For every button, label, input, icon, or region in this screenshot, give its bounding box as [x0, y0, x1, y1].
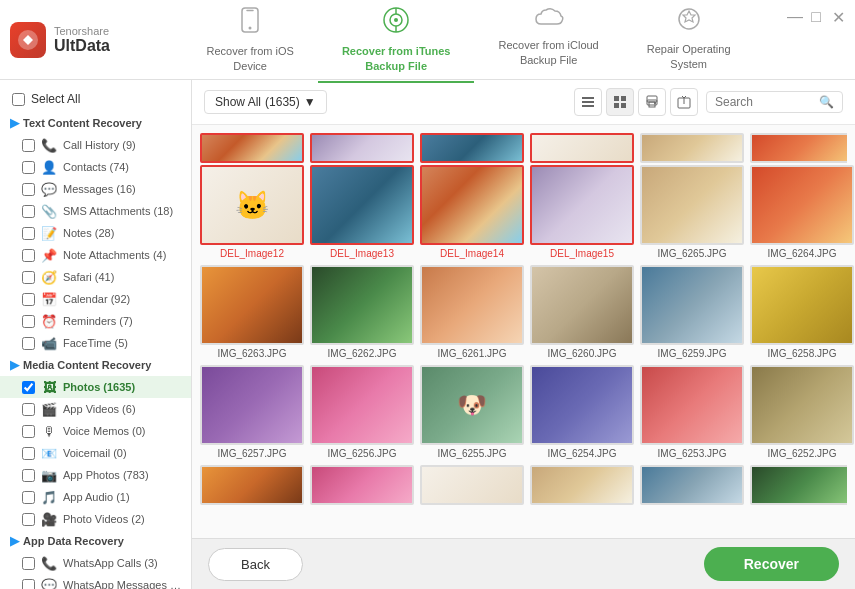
sidebar-item-sms-attachments[interactable]: 📎SMS Attachments (18)	[0, 200, 191, 222]
sidebar-item-app-audio[interactable]: 🎵App Audio (1)	[0, 486, 191, 508]
sidebar-item-photo-videos[interactable]: 🎥Photo Videos (2)	[0, 508, 191, 530]
sidebar-item-voicemail[interactable]: 📧Voicemail (0)	[0, 442, 191, 464]
sidebar-item-voice-memos[interactable]: 🎙Voice Memos (0)	[0, 420, 191, 442]
list-item[interactable]	[420, 465, 524, 505]
list-item[interactable]	[640, 465, 744, 505]
list-item[interactable]	[420, 133, 524, 163]
photo-thumb[interactable]	[750, 265, 854, 345]
sidebar-item-call-history[interactable]: 📞Call History (9)	[0, 134, 191, 156]
photo-thumb[interactable]	[200, 365, 304, 445]
search-box[interactable]: 🔍	[706, 91, 843, 113]
list-item[interactable]: IMG_6262.JPG	[310, 265, 414, 359]
list-item[interactable]: IMG_6256.JPG	[310, 365, 414, 459]
photo-videos-icon: 🎥	[41, 511, 57, 527]
photo-thumb[interactable]	[530, 265, 634, 345]
photo-thumb[interactable]: 🐱	[200, 165, 304, 245]
photo-thumb[interactable]	[310, 265, 414, 345]
list-item[interactable]	[530, 133, 634, 163]
select-all-checkbox[interactable]	[12, 93, 25, 106]
photo-thumb[interactable]	[750, 365, 854, 445]
photo-name: IMG_6257.JPG	[218, 448, 287, 459]
export-button[interactable]	[670, 88, 698, 116]
list-item[interactable]	[200, 465, 304, 505]
media-section-icon: ▶	[10, 358, 19, 372]
list-item[interactable]	[750, 465, 847, 505]
svg-rect-17	[621, 103, 626, 108]
show-all-button[interactable]: Show All (1635) ▼	[204, 90, 327, 114]
photo-name: IMG_6256.JPG	[328, 448, 397, 459]
sidebar-item-facetime[interactable]: 📹FaceTime (5)	[0, 332, 191, 354]
list-item[interactable]	[310, 465, 414, 505]
list-item[interactable]: IMG_6264.JPG	[750, 165, 854, 259]
text-section-label: Text Content Recovery	[23, 117, 142, 129]
svg-point-3	[249, 27, 252, 30]
nav-item-ios[interactable]: Recover from iOSDevice	[182, 0, 317, 83]
photo-thumb[interactable]	[420, 165, 524, 245]
select-all-row[interactable]: Select All	[0, 88, 191, 112]
photo-thumb[interactable]	[200, 265, 304, 345]
minimize-button[interactable]: —	[787, 8, 801, 22]
photo-thumb[interactable]	[640, 365, 744, 445]
list-item[interactable]: IMG_6261.JPG	[420, 265, 524, 359]
nav-item-repair[interactable]: Repair OperatingSystem	[623, 0, 755, 83]
close-button[interactable]: ✕	[831, 8, 845, 22]
svg-rect-12	[582, 101, 594, 103]
sidebar-item-safari[interactable]: 🧭Safari (41)	[0, 266, 191, 288]
list-item[interactable]: IMG_6260.JPG	[530, 265, 634, 359]
print-button[interactable]	[638, 88, 666, 116]
back-button[interactable]: Back	[208, 548, 303, 581]
maximize-button[interactable]: □	[809, 8, 823, 22]
nav-label-ios: Recover from iOSDevice	[206, 44, 293, 73]
list-item[interactable]: DEL_Image13	[310, 165, 414, 259]
list-item[interactable]: 🐱 DEL_Image12	[200, 165, 304, 259]
list-item[interactable]: IMG_6259.JPG	[640, 265, 744, 359]
app-photos-icon: 📷	[41, 467, 57, 483]
sidebar-item-note-attachments[interactable]: 📌Note Attachments (4)	[0, 244, 191, 266]
nav-item-itunes[interactable]: Recover from iTunesBackup File	[318, 0, 475, 83]
photo-thumb[interactable]	[530, 365, 634, 445]
list-item[interactable]	[640, 133, 744, 163]
list-item[interactable]: DEL_Image14	[420, 165, 524, 259]
nav-label-repair: Repair OperatingSystem	[647, 42, 731, 71]
sidebar-item-whatsapp-calls[interactable]: 📞WhatsApp Calls (3)	[0, 552, 191, 574]
sidebar-item-contacts[interactable]: 👤Contacts (74)	[0, 156, 191, 178]
sidebar-item-reminders[interactable]: ⏰Reminders (7)	[0, 310, 191, 332]
svg-rect-13	[582, 105, 594, 107]
photo-thumb[interactable]	[310, 165, 414, 245]
list-item[interactable]	[530, 465, 634, 505]
photo-thumb[interactable]	[310, 365, 414, 445]
photo-thumb[interactable]: 🐶	[420, 365, 524, 445]
list-item[interactable]: DEL_Image15	[530, 165, 634, 259]
logo-text: Tenorshare UltData	[54, 25, 110, 55]
list-item[interactable]: IMG_6254.JPG	[530, 365, 634, 459]
list-item[interactable]: 🐶 IMG_6255.JPG	[420, 365, 524, 459]
wa-calls-icon: 📞	[41, 555, 57, 571]
list-item[interactable]: IMG_6252.JPG	[750, 365, 854, 459]
recover-button[interactable]: Recover	[704, 547, 839, 581]
list-item[interactable]	[310, 133, 414, 163]
sidebar-item-photos[interactable]: 🖼Photos (1635)	[0, 376, 191, 398]
list-view-button[interactable]	[574, 88, 602, 116]
sidebar-item-app-videos[interactable]: 🎬App Videos (6)	[0, 398, 191, 420]
list-item[interactable]	[200, 133, 304, 163]
sidebar-item-messages[interactable]: 💬Messages (16)	[0, 178, 191, 200]
photo-thumb[interactable]	[420, 265, 524, 345]
list-item[interactable]: IMG_6258.JPG	[750, 265, 854, 359]
sidebar-item-calendar[interactable]: 📅Calendar (92)	[0, 288, 191, 310]
search-input[interactable]	[715, 95, 815, 109]
list-item[interactable]: IMG_6257.JPG	[200, 365, 304, 459]
photo-thumb[interactable]	[530, 165, 634, 245]
list-item[interactable]: IMG_6263.JPG	[200, 265, 304, 359]
sidebar-item-whatsapp-messages[interactable]: 💬WhatsApp Messages (4)	[0, 574, 191, 589]
sidebar-item-notes[interactable]: 📝Notes (28)	[0, 222, 191, 244]
photo-thumb[interactable]	[750, 165, 854, 245]
grid-view-button[interactable]	[606, 88, 634, 116]
photo-thumb[interactable]	[640, 265, 744, 345]
list-item[interactable]	[750, 133, 847, 163]
sidebar-item-app-photos[interactable]: 📷App Photos (783)	[0, 464, 191, 486]
media-section-label: Media Content Recovery	[23, 359, 151, 371]
list-item[interactable]: IMG_6253.JPG	[640, 365, 744, 459]
photo-thumb[interactable]	[640, 165, 744, 245]
nav-item-icloud[interactable]: Recover from iCloudBackup File	[474, 0, 622, 83]
list-item[interactable]: IMG_6265.JPG	[640, 165, 744, 259]
